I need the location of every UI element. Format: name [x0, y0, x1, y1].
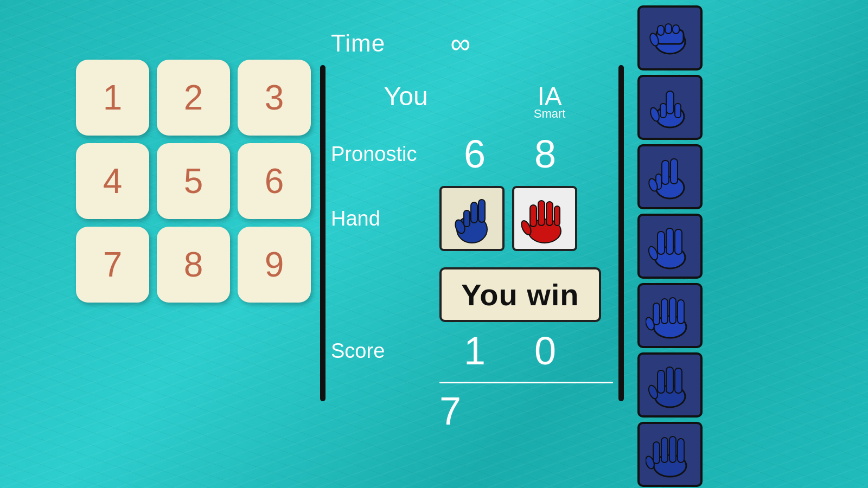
three-fingers-2-icon	[646, 361, 694, 409]
num-btn-5[interactable]: 5	[157, 143, 230, 219]
num-btn-2[interactable]: 2	[157, 60, 230, 136]
player-hand-icon	[445, 191, 499, 246]
score-ia: 0	[510, 329, 580, 373]
four-fingers-icon	[646, 291, 694, 340]
svg-rect-44	[653, 442, 660, 464]
svg-rect-18	[666, 91, 674, 114]
time-label: Time	[331, 30, 385, 57]
svg-rect-1	[471, 202, 477, 223]
you-win-text: You win	[461, 278, 579, 312]
one-finger-icon	[646, 83, 694, 132]
svg-rect-23	[662, 160, 669, 184]
num-btn-3[interactable]: 3	[238, 60, 311, 136]
side-hand-four[interactable]	[637, 283, 703, 348]
svg-rect-35	[669, 298, 676, 324]
svg-rect-40	[666, 367, 673, 393]
svg-rect-14	[665, 24, 672, 34]
side-hand-two[interactable]	[637, 144, 703, 209]
svg-rect-39	[658, 370, 665, 393]
ia-hand-card	[512, 186, 577, 251]
svg-rect-34	[661, 299, 668, 324]
divider-left	[320, 65, 326, 401]
side-hand-three-2[interactable]	[637, 352, 703, 418]
pronostic-label: Pronostic	[331, 143, 439, 166]
ia-sublabel: Smart	[534, 107, 566, 121]
svg-rect-13	[658, 25, 664, 35]
svg-rect-33	[653, 303, 660, 325]
ia-column: IA Smart	[534, 81, 566, 121]
side-hand-four-2[interactable]	[637, 422, 703, 487]
num-btn-6[interactable]: 6	[238, 143, 311, 219]
side-hand-one[interactable]	[637, 75, 703, 140]
num-btn-8[interactable]: 8	[157, 227, 230, 303]
score-row: Score 1 0	[331, 329, 618, 373]
svg-rect-6	[530, 205, 537, 227]
svg-rect-15	[673, 25, 679, 34]
score-you: 1	[439, 329, 510, 373]
main-content: 1 2 3 4 5 6 7 8 9 0 10 Time ∞ You IA Sma…	[0, 0, 868, 488]
four-fingers-2-icon	[646, 430, 694, 479]
players-row: You IA Smart	[331, 81, 618, 121]
player-hand-card	[439, 186, 505, 251]
center-panel: Time ∞ You IA Smart Pronostic 6 8 Hand	[331, 16, 618, 433]
hand-row: Hand	[331, 186, 618, 251]
svg-rect-24	[671, 159, 678, 184]
svg-rect-47	[678, 439, 684, 463]
svg-rect-41	[675, 368, 682, 393]
svg-rect-7	[538, 201, 545, 226]
hand-cards	[439, 186, 577, 251]
num-btn-4[interactable]: 4	[76, 143, 149, 219]
time-value: ∞	[450, 27, 470, 60]
num-btn-9[interactable]: 9	[238, 227, 311, 303]
svg-rect-46	[669, 436, 676, 463]
total-value: 7	[439, 389, 461, 433]
pronostic-ia: 8	[510, 132, 580, 176]
number-pad: 1 2 3 4 5 6 7 8 9	[76, 60, 311, 386]
ia-hand-icon	[518, 191, 572, 246]
num-btn-1[interactable]: 1	[76, 60, 149, 136]
right-panel	[637, 5, 703, 487]
hand-label: Hand	[331, 207, 439, 230]
svg-rect-19	[660, 104, 666, 118]
side-hand-three[interactable]	[637, 214, 703, 279]
svg-rect-8	[546, 202, 553, 226]
svg-rect-9	[554, 206, 560, 226]
num-btn-7[interactable]: 7	[76, 227, 149, 303]
separator-line	[439, 382, 613, 383]
svg-rect-29	[666, 228, 673, 254]
svg-rect-3	[464, 210, 470, 227]
score-label: Score	[331, 339, 439, 363]
svg-rect-28	[658, 232, 665, 254]
time-row: Time ∞	[331, 16, 618, 60]
total-row: 7	[331, 389, 618, 433]
you-win-box: You win	[439, 267, 601, 322]
svg-rect-30	[675, 229, 682, 254]
pronostic-row: Pronostic 6 8	[331, 132, 618, 176]
svg-rect-45	[661, 438, 668, 463]
fist-icon	[646, 14, 694, 62]
side-hand-fist[interactable]	[637, 5, 703, 70]
pronostic-you: 6	[439, 132, 510, 176]
three-fingers-icon	[646, 222, 694, 271]
svg-rect-36	[678, 300, 684, 324]
two-fingers-icon	[646, 152, 694, 201]
you-label: You	[384, 81, 428, 111]
svg-rect-20	[675, 104, 681, 118]
svg-rect-2	[478, 200, 485, 222]
divider-right	[618, 65, 624, 401]
